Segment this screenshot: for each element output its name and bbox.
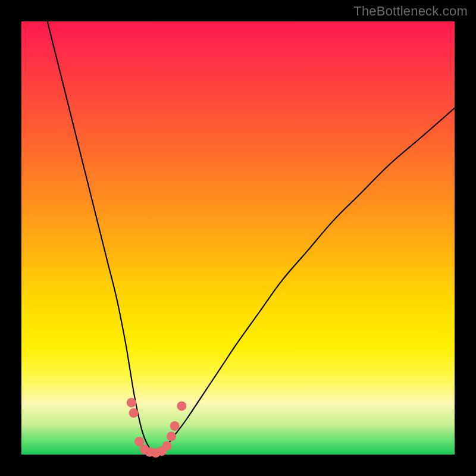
marker-dot xyxy=(127,398,136,408)
marker-dot xyxy=(170,421,180,431)
marker-dots-group xyxy=(127,398,186,458)
curve-right-branch xyxy=(156,108,455,453)
marker-dot xyxy=(134,437,144,446)
curve-svg xyxy=(21,21,455,455)
watermark-text: TheBottleneck.com xyxy=(353,4,468,19)
marker-dot xyxy=(162,441,172,450)
marker-dot xyxy=(167,431,176,441)
curve-left-branch xyxy=(48,21,156,453)
plot-area xyxy=(21,21,455,455)
marker-dot xyxy=(129,408,139,418)
chart-frame: TheBottleneck.com xyxy=(0,0,476,476)
marker-dot xyxy=(177,401,186,411)
